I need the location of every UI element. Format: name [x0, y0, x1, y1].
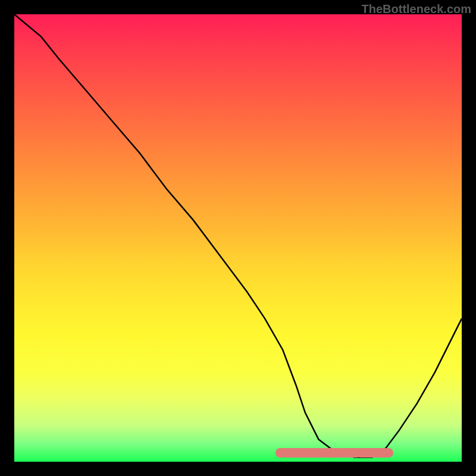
optimal-range-markers [14, 14, 462, 462]
watermark-text: TheBottleneck.com [362, 2, 471, 16]
chart-frame [14, 14, 462, 462]
optimal-marker [369, 448, 393, 458]
